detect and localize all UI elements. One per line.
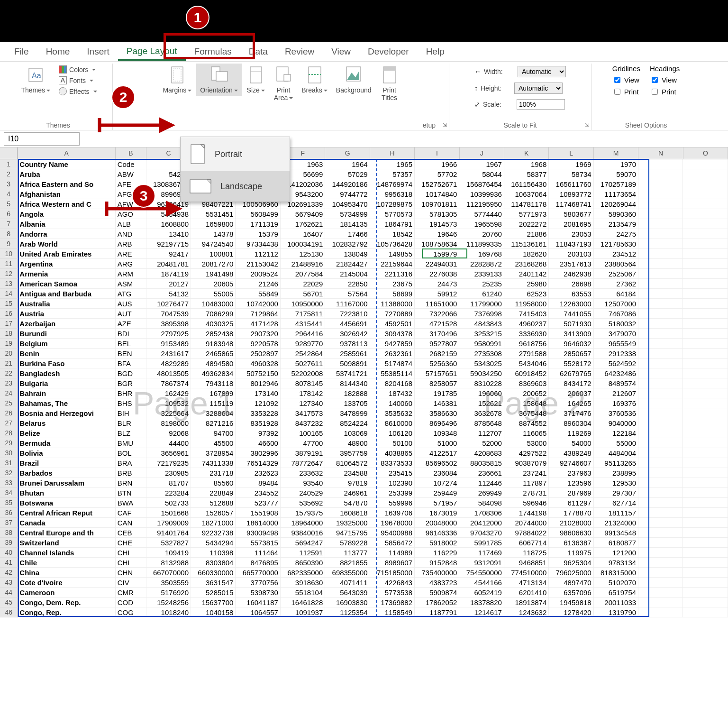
cell[interactable]: 3288604 <box>191 408 236 418</box>
cell[interactable]: 1811157 <box>594 508 638 518</box>
row-header[interactable]: 22 <box>0 368 18 378</box>
cell[interactable]: 2431617 <box>146 349 191 358</box>
themes-button[interactable]: Aa Themes <box>17 64 54 96</box>
cell[interactable]: 133705 <box>325 398 370 408</box>
cell[interactable]: 58699 <box>370 289 415 299</box>
cell[interactable]: 20048000 <box>415 518 459 528</box>
cell[interactable]: 3503559 <box>146 578 191 588</box>
row-header[interactable]: 35 <box>0 498 18 508</box>
cell[interactable]: 8204168 <box>370 378 415 388</box>
row-header[interactable]: 7 <box>0 219 18 229</box>
cell[interactable]: 236084 <box>415 468 459 478</box>
cell[interactable]: 116065 <box>504 428 549 438</box>
cell[interactable]: 152621 <box>459 398 504 408</box>
cell[interactable]: 5098891 <box>325 358 370 368</box>
cell[interactable] <box>683 209 728 219</box>
cell[interactable]: 2211316 <box>370 269 415 279</box>
cell[interactable]: 2791588 <box>504 349 549 358</box>
cell[interactable]: 18913874 <box>504 598 549 607</box>
name-box[interactable] <box>4 132 80 146</box>
page-setup-dialog-launcher[interactable]: ⇲ <box>443 122 447 128</box>
cell[interactable]: 3026942 <box>325 329 370 339</box>
cell[interactable]: 19325000 <box>325 518 370 528</box>
cell[interactable]: 5327827 <box>146 538 191 548</box>
cell[interactable]: Burkina Faso <box>18 358 115 368</box>
cell[interactable]: 96146336 <box>415 528 459 538</box>
scale-input[interactable] <box>517 99 565 110</box>
cell[interactable]: 85560 <box>191 478 236 488</box>
cell[interactable]: 20744000 <box>504 518 549 528</box>
cell[interactable] <box>638 438 683 448</box>
cell[interactable]: 1214617 <box>459 607 504 617</box>
cell[interactable]: 8434172 <box>549 378 593 388</box>
scale-dialog-launcher[interactable]: ⇲ <box>585 122 589 128</box>
cell[interactable] <box>683 598 728 607</box>
cell[interactable]: 59912 <box>415 289 459 299</box>
cell[interactable]: 182888 <box>325 388 370 398</box>
cell[interactable]: 19459818 <box>549 598 593 607</box>
col-header-H[interactable]: H <box>370 147 415 159</box>
cell[interactable]: 169768 <box>459 249 504 259</box>
cell[interactable] <box>638 368 683 378</box>
print-titles-button[interactable]: Print Titles <box>376 64 403 103</box>
col-header-N[interactable]: N <box>638 147 683 159</box>
cell[interactable]: 129530 <box>594 478 638 488</box>
cell[interactable]: Central Europe and th <box>18 528 115 538</box>
cell[interactable]: 4960237 <box>504 319 549 329</box>
cell[interactable]: 8610000 <box>370 418 415 428</box>
cell[interactable]: 8785648 <box>459 418 504 428</box>
cell[interactable]: 2964416 <box>281 329 325 339</box>
cell[interactable]: 53000 <box>504 438 549 448</box>
cell[interactable]: 3879191 <box>281 448 325 458</box>
cell[interactable] <box>638 607 683 617</box>
cell[interactable]: 97819 <box>325 478 370 488</box>
cell[interactable]: 25235 <box>459 279 504 289</box>
cell[interactable]: 182620 <box>504 249 549 259</box>
cell[interactable]: 234588 <box>325 468 370 478</box>
cell[interactable]: 98606630 <box>549 528 593 538</box>
cell[interactable]: 1040158 <box>191 607 236 617</box>
cell[interactable]: 8650390 <box>281 558 325 568</box>
cell[interactable]: BWA <box>116 498 146 508</box>
cell[interactable]: 12263000 <box>549 299 593 309</box>
cell[interactable]: 146381 <box>415 398 459 408</box>
cell[interactable]: 138049 <box>325 249 370 259</box>
cell[interactable]: 18271000 <box>191 518 236 528</box>
cell[interactable]: 3631547 <box>191 578 236 588</box>
cell[interactable]: 44400 <box>146 438 191 448</box>
cell[interactable]: 91401764 <box>146 528 191 538</box>
cell[interactable]: 112195950 <box>459 199 504 209</box>
cell[interactable] <box>683 358 728 368</box>
cell[interactable]: Bahamas, The <box>18 398 115 408</box>
cell[interactable]: 111464 <box>236 548 280 558</box>
cell[interactable]: 3413909 <box>549 329 593 339</box>
cell[interactable]: 9153489 <box>146 339 191 349</box>
cell[interactable]: 8476895 <box>236 558 280 568</box>
cell[interactable]: 8821855 <box>325 558 370 568</box>
tab-file[interactable]: File <box>6 43 37 61</box>
cell[interactable]: 236661 <box>459 468 504 478</box>
cell[interactable]: 122184 <box>594 428 638 438</box>
row-header[interactable]: 15 <box>0 299 18 309</box>
cell[interactable]: 512688 <box>191 498 236 508</box>
cell[interactable]: Aruba <box>18 169 115 179</box>
cell[interactable]: 15248256 <box>146 598 191 607</box>
cell[interactable]: 2462938 <box>549 269 593 279</box>
cell[interactable]: 4484004 <box>594 448 638 458</box>
cell[interactable]: 114989 <box>370 548 415 558</box>
cell[interactable]: 55849 <box>236 289 280 299</box>
tab-developer[interactable]: Developer <box>359 43 418 61</box>
cell[interactable]: 8078145 <box>281 378 325 388</box>
cell[interactable]: 4208683 <box>459 448 504 458</box>
cell[interactable] <box>683 388 728 398</box>
cell[interactable] <box>638 239 683 249</box>
row-header[interactable]: 14 <box>0 289 18 299</box>
cell[interactable] <box>638 378 683 388</box>
cell[interactable]: 11958000 <box>504 299 549 309</box>
cell[interactable] <box>683 498 728 508</box>
cell[interactable]: 9527807 <box>415 339 459 349</box>
cell[interactable]: Country Name <box>18 159 115 169</box>
cell[interactable]: 3478999 <box>325 408 370 418</box>
cell[interactable]: 200652 <box>504 388 549 398</box>
cell[interactable]: 156876454 <box>459 179 504 189</box>
